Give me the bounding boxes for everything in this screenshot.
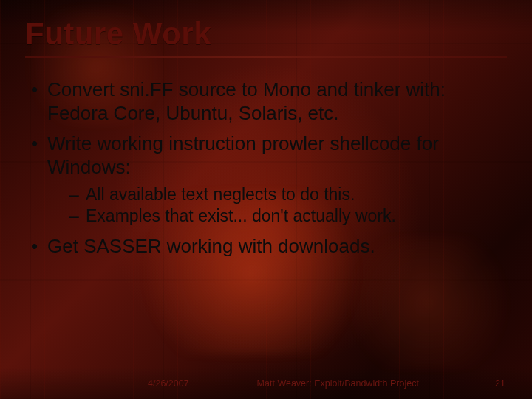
title-rule xyxy=(25,56,507,58)
bullet-text: Convert sni.FF source to Mono and tinker… xyxy=(47,78,446,124)
list-item: Convert sni.FF source to Mono and tinker… xyxy=(30,78,507,125)
bullet-text: Get SASSER working with downloads. xyxy=(47,235,375,257)
list-item: Write working instruction prowler shellc… xyxy=(30,132,507,227)
list-item: Get SASSER working with downloads. xyxy=(30,235,507,259)
slide-title: Future Work xyxy=(25,16,507,52)
slide: Future Work Convert sni.FF source to Mon… xyxy=(0,0,532,399)
bullet-list: Convert sni.FF source to Mono and tinker… xyxy=(25,78,507,258)
list-item: Examples that exist... don't actually wo… xyxy=(69,205,507,227)
sub-bullet-list: All available text neglects to do this. … xyxy=(47,184,507,228)
bullet-text: Write working instruction prowler shellc… xyxy=(47,132,439,178)
sub-bullet-text: Examples that exist... don't actually wo… xyxy=(86,206,396,225)
footer-page-number: 21 xyxy=(495,378,505,389)
footer-date: 4/26/2007 xyxy=(148,378,189,389)
sub-bullet-text: All available text neglects to do this. xyxy=(86,185,355,204)
footer-project: Matt Weaver: Exploit/Bandwidth Project xyxy=(257,378,419,389)
list-item: All available text neglects to do this. xyxy=(69,184,507,205)
slide-footer: 4/26/2007 Matt Weaver: Exploit/Bandwidth… xyxy=(0,378,532,389)
